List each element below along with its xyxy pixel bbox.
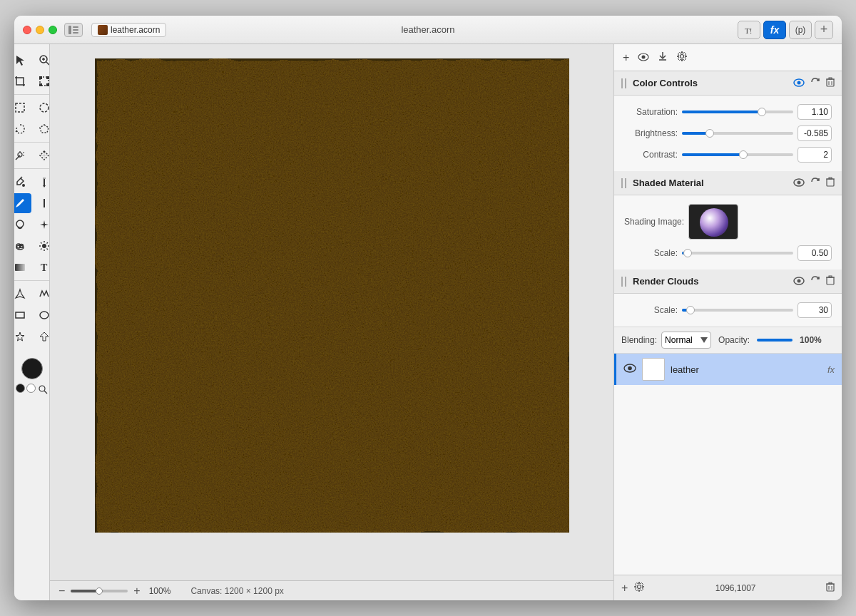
layer-thumbnail: [642, 358, 665, 381]
ellipse-shape-tool[interactable]: [33, 305, 51, 325]
svg-rect-81: [829, 276, 832, 277]
sidebar-toggle-button[interactable]: [64, 23, 83, 37]
zoom-in-button[interactable]: +: [133, 585, 140, 597]
transform-tool[interactable]: [33, 71, 51, 91]
canvas-viewport[interactable]: [50, 44, 613, 580]
shaded-material-reset[interactable]: [810, 177, 820, 189]
line-tool[interactable]: [33, 193, 51, 213]
zoom-out-button[interactable]: −: [58, 585, 65, 597]
script-button[interactable]: (p): [789, 21, 812, 39]
add-filter-button[interactable]: +: [621, 50, 631, 66]
shading-scale-thumb: [683, 249, 692, 257]
svg-marker-34: [43, 185, 46, 188]
select-tool[interactable]: [14, 50, 31, 70]
render-clouds-delete[interactable]: [826, 275, 835, 287]
svg-marker-55: [16, 332, 24, 341]
contrast-value[interactable]: 2: [798, 147, 832, 163]
text-tool[interactable]: T: [33, 257, 51, 277]
color-controls-delete[interactable]: [826, 77, 835, 89]
render-clouds-actions: [793, 275, 835, 287]
pencil-tool[interactable]: [33, 172, 51, 192]
paint-bucket-tool[interactable]: [14, 172, 31, 192]
gradient-tool[interactable]: [14, 257, 31, 277]
contrast-thumb: [739, 150, 748, 159]
shaded-material-header: Shaded Material: [614, 171, 842, 195]
zoom-slider[interactable]: [71, 590, 128, 592]
magic-wand-tool[interactable]: [14, 145, 31, 165]
sparkle-tool[interactable]: [33, 215, 51, 235]
brightness-row: Brightness: -0.585: [614, 123, 842, 144]
smudge-tool[interactable]: [14, 215, 31, 235]
svg-rect-74: [827, 179, 834, 186]
star-tool[interactable]: [14, 327, 31, 346]
svg-point-32: [22, 184, 25, 187]
right-panel-toolbar: +: [614, 44, 842, 71]
svg-rect-76: [829, 178, 832, 179]
panel-delete-button[interactable]: [826, 582, 835, 595]
shading-image-preview[interactable]: [688, 204, 738, 240]
foreground-color[interactable]: [21, 358, 43, 379]
panel-gear-button[interactable]: [633, 581, 645, 595]
minimize-button[interactable]: [36, 26, 44, 34]
canvas-image[interactable]: [95, 58, 569, 533]
shaded-material-actions: [793, 177, 835, 189]
blending-label: Blending:: [621, 335, 657, 345]
brightness-value[interactable]: -0.585: [798, 125, 832, 141]
rect-select-tool[interactable]: [14, 98, 31, 118]
zoom-mini-tool[interactable]: [37, 384, 49, 395]
blending-value: Normal: [665, 335, 699, 345]
saturation-value[interactable]: 1.10: [798, 104, 832, 120]
mini-white-swatch[interactable]: [26, 384, 36, 393]
shading-scale-slider[interactable]: [682, 252, 793, 255]
cloud-tool[interactable]: [14, 236, 31, 256]
expand-button[interactable]: +: [815, 21, 833, 39]
poly-select-tool[interactable]: [33, 119, 51, 139]
magic-select-tool[interactable]: [33, 145, 51, 165]
opacity-slider[interactable]: [757, 339, 793, 342]
svg-point-73: [798, 181, 801, 185]
mini-black-swatch[interactable]: [16, 384, 25, 393]
filter-gear-button[interactable]: [675, 49, 689, 66]
filter-eye-button[interactable]: [636, 50, 651, 66]
svg-line-50: [41, 249, 42, 250]
rect-shape-tool[interactable]: [14, 305, 31, 325]
render-clouds-reset[interactable]: [810, 275, 820, 287]
close-button[interactable]: [23, 26, 31, 34]
clouds-scale-slider[interactable]: [682, 309, 793, 312]
brightness-slider[interactable]: [682, 132, 793, 135]
shading-scale-row: Scale: 0.50: [614, 242, 842, 264]
color-controls-eye[interactable]: [793, 77, 805, 89]
svg-rect-19: [46, 83, 49, 86]
layer-visibility-toggle[interactable]: [623, 364, 636, 375]
svg-rect-18: [39, 83, 42, 86]
zoom-tool[interactable]: [33, 50, 51, 70]
file-tab[interactable]: leather.acorn: [91, 23, 166, 37]
type-tool-button[interactable]: T!: [738, 21, 760, 39]
brush-tool[interactable]: [14, 193, 31, 213]
render-clouds-eye[interactable]: [793, 275, 805, 287]
lasso-tool[interactable]: [14, 119, 31, 139]
layer-row[interactable]: leather fx: [614, 354, 842, 385]
filter-download-button[interactable]: [656, 50, 669, 66]
blending-select[interactable]: Normal: [661, 332, 711, 349]
pen-tool[interactable]: [14, 284, 31, 304]
brightness-tool[interactable]: [33, 236, 51, 256]
maximize-button[interactable]: [49, 26, 57, 34]
fx-button[interactable]: fx: [763, 21, 786, 39]
arrow-shape-tool[interactable]: [33, 327, 51, 346]
ellipse-select-tool[interactable]: [33, 98, 51, 118]
shading-scale-value[interactable]: 0.50: [798, 245, 832, 261]
saturation-slider[interactable]: [682, 111, 793, 113]
panel-add-button[interactable]: +: [621, 582, 628, 595]
contrast-slider[interactable]: [682, 153, 793, 156]
shaded-material-delete[interactable]: [826, 177, 835, 189]
freehand-tool[interactable]: [33, 284, 51, 304]
layer-fx-label[interactable]: fx: [827, 364, 835, 375]
clouds-scale-value[interactable]: 30: [798, 302, 832, 318]
color-controls-reset[interactable]: [810, 77, 820, 89]
panel-coords: 1096,1007: [651, 583, 820, 593]
saturation-row: Saturation: 1.10: [614, 101, 842, 123]
crop-tool[interactable]: [14, 71, 31, 91]
svg-point-37: [16, 220, 24, 227]
shaded-material-eye[interactable]: [793, 177, 805, 189]
